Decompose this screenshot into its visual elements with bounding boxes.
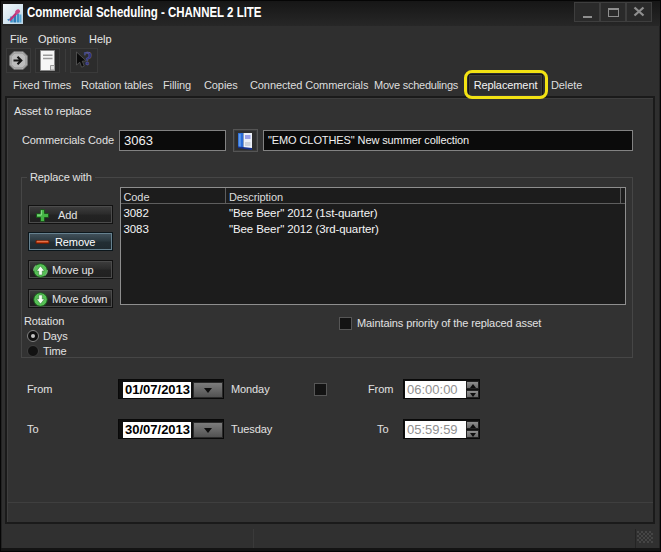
svg-text:?: ? — [84, 49, 93, 69]
